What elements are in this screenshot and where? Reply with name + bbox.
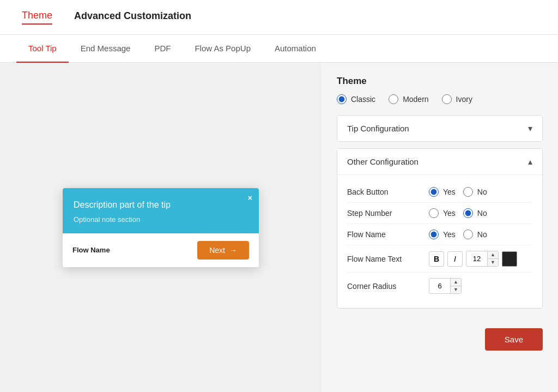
- step-number-yes-radio[interactable]: [429, 208, 439, 218]
- tab-end-message[interactable]: End Message: [69, 35, 143, 63]
- step-number-no-label: No: [477, 209, 487, 218]
- color-swatch[interactable]: [502, 251, 517, 267]
- back-button-yes-label: Yes: [443, 188, 456, 196]
- theme-classic-label: Classic: [351, 95, 375, 104]
- tab-flow-popup[interactable]: Flow As PopUp: [183, 35, 263, 63]
- corner-radius-row: Corner Radius ▲ ▼: [347, 273, 532, 299]
- flow-name-yes-option[interactable]: Yes: [429, 230, 456, 239]
- top-nav-advanced[interactable]: Advanced Customization: [74, 10, 191, 24]
- back-button-controls: Yes No: [429, 187, 487, 197]
- theme-modern-radio[interactable]: [389, 94, 398, 104]
- back-button-row: Back Button Yes No: [347, 182, 532, 203]
- flow-name-text-label: Flow Name Text: [347, 255, 429, 263]
- corner-radius-up-button[interactable]: ▲: [451, 279, 461, 286]
- app-container: Theme Advanced Customization Tool Tip En…: [0, 0, 558, 392]
- next-button-label: Next: [209, 246, 225, 255]
- right-panel: Theme Classic Modern Ivory: [322, 63, 558, 392]
- theme-section: Theme Classic Modern Ivory: [337, 76, 543, 104]
- theme-classic-radio[interactable]: [337, 94, 347, 104]
- save-button[interactable]: Save: [485, 328, 543, 351]
- top-nav-theme[interactable]: Theme: [22, 10, 52, 25]
- tab-bar: Tool Tip End Message PDF Flow As PopUp A…: [0, 35, 558, 63]
- save-row: Save: [337, 317, 543, 351]
- font-size-input[interactable]: [466, 252, 487, 265]
- tip-configuration-label: Tip Configuration: [347, 124, 409, 133]
- corner-radius-input[interactable]: [429, 280, 450, 292]
- theme-modern-option[interactable]: Modern: [389, 94, 428, 104]
- tip-configuration-chevron: ▾: [528, 123, 532, 134]
- tip-configuration-section: Tip Configuration ▾: [337, 115, 543, 142]
- next-arrow-icon: →: [229, 246, 237, 255]
- other-configuration-chevron: ▴: [528, 156, 532, 167]
- flow-name-yes-radio[interactable]: [429, 230, 439, 239]
- step-number-label: Step Number: [347, 209, 429, 218]
- tab-automation[interactable]: Automation: [263, 35, 328, 63]
- main-content: × Description part of the tip Optional n…: [0, 63, 558, 392]
- bold-button[interactable]: B: [429, 251, 444, 267]
- top-nav: Theme Advanced Customization: [0, 0, 558, 35]
- corner-radius-spinner: ▲ ▼: [450, 279, 461, 293]
- tip-configuration-header[interactable]: Tip Configuration ▾: [337, 116, 542, 141]
- tab-tooltip[interactable]: Tool Tip: [16, 35, 69, 63]
- font-size-down-button[interactable]: ▼: [488, 259, 498, 266]
- tooltip-header: × Description part of the tip Optional n…: [63, 188, 259, 233]
- theme-modern-label: Modern: [403, 95, 428, 104]
- theme-ivory-label: Ivory: [456, 95, 472, 104]
- flow-name-yes-label: Yes: [443, 230, 456, 239]
- other-configuration-body: Back Button Yes No: [337, 174, 542, 308]
- tooltip-close-button[interactable]: ×: [248, 194, 252, 202]
- back-button-label: Back Button: [347, 188, 429, 196]
- back-button-no-option[interactable]: No: [463, 187, 487, 197]
- theme-ivory-option[interactable]: Ivory: [442, 94, 472, 104]
- flow-name-row: Flow Name Yes No: [347, 224, 532, 245]
- font-size-spinner: ▲ ▼: [487, 251, 498, 266]
- other-configuration-section: Other Configuration ▴ Back Button Yes: [337, 148, 543, 309]
- preview-area: × Description part of the tip Optional n…: [0, 63, 322, 392]
- step-number-yes-option[interactable]: Yes: [429, 208, 456, 218]
- step-number-no-radio[interactable]: [463, 208, 473, 218]
- back-button-yes-option[interactable]: Yes: [429, 187, 456, 197]
- theme-classic-option[interactable]: Classic: [337, 94, 375, 104]
- back-button-yes-radio[interactable]: [429, 187, 439, 197]
- flow-name-no-radio[interactable]: [463, 230, 473, 239]
- flow-name-no-label: No: [477, 230, 487, 239]
- other-configuration-label: Other Configuration: [347, 157, 418, 166]
- flow-name-label: Flow Name: [72, 246, 110, 254]
- tab-pdf[interactable]: PDF: [142, 35, 183, 63]
- step-number-no-option[interactable]: No: [463, 208, 487, 218]
- step-number-yes-label: Yes: [443, 209, 456, 218]
- tooltip-preview: × Description part of the tip Optional n…: [63, 188, 259, 267]
- flow-name-controls: Yes No: [429, 230, 487, 239]
- theme-radio-group: Classic Modern Ivory: [337, 94, 543, 104]
- tooltip-title: Description part of the tip: [74, 200, 248, 210]
- flow-name-row-label: Flow Name: [347, 230, 429, 239]
- step-number-controls: Yes No: [429, 208, 487, 218]
- tooltip-footer: Flow Name Next →: [63, 233, 259, 267]
- tooltip-note: Optional note section: [74, 215, 248, 224]
- corner-radius-down-button[interactable]: ▼: [451, 286, 461, 293]
- italic-button[interactable]: I: [447, 251, 463, 267]
- font-size-input-group: ▲ ▼: [466, 251, 499, 267]
- step-number-row: Step Number Yes No: [347, 203, 532, 224]
- next-button[interactable]: Next →: [197, 241, 249, 260]
- theme-section-title: Theme: [337, 76, 543, 87]
- font-size-up-button[interactable]: ▲: [488, 251, 498, 259]
- other-configuration-header[interactable]: Other Configuration ▴: [337, 149, 542, 174]
- theme-ivory-radio[interactable]: [442, 94, 452, 104]
- flow-name-no-option[interactable]: No: [463, 230, 487, 239]
- corner-radius-label: Corner Radius: [347, 282, 429, 291]
- corner-radius-input-group: ▲ ▼: [429, 278, 462, 294]
- back-button-no-label: No: [477, 188, 487, 196]
- flow-name-text-controls: B I ▲ ▼: [429, 251, 517, 267]
- back-button-no-radio[interactable]: [463, 187, 473, 197]
- flow-name-text-row: Flow Name Text B I ▲ ▼: [347, 245, 532, 273]
